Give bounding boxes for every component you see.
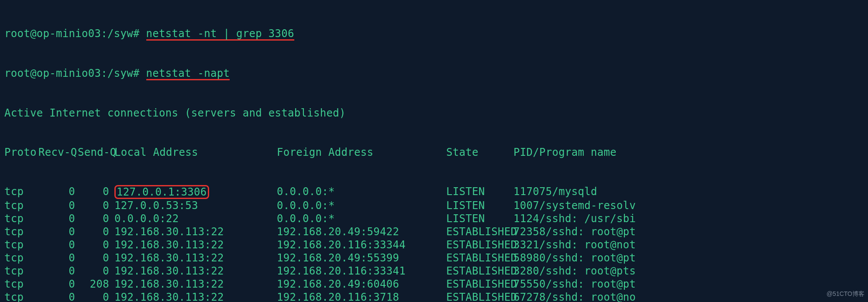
cell-pid: 67278/sshd: root@no: [513, 291, 864, 302]
cell-sendq: 0: [78, 225, 112, 238]
cell-recvq: 0: [38, 278, 78, 291]
cell-local: 127.0.0.53:53: [112, 199, 277, 212]
prompt-line-2: root@op-minio03:/syw# netstat -napt: [4, 67, 864, 80]
cell-pid: 117075/mysqld: [513, 185, 864, 199]
header-recvq: Recv-Q: [38, 146, 78, 159]
cell-proto: tcp: [4, 278, 38, 291]
cell-proto: tcp: [4, 251, 38, 264]
cell-foreign: 192.168.20.116:33344: [277, 238, 446, 251]
cell-foreign: 192.168.20.49:59422: [277, 225, 446, 238]
cell-pid: 1007/systemd-resolv: [513, 199, 864, 212]
cell-pid: 58980/sshd: root@pt: [513, 251, 864, 264]
cell-proto: tcp: [4, 212, 38, 225]
cell-proto: tcp: [4, 225, 38, 238]
table-row: tcp00192.168.30.113:22192.168.20.116:333…: [4, 264, 864, 278]
header-pid: PID/Program name: [513, 146, 864, 159]
cell-foreign: 192.168.20.116:3718: [277, 291, 446, 302]
cell-foreign: 0.0.0.0:*: [277, 199, 446, 212]
cell-pid: 3321/sshd: root@not: [513, 238, 864, 251]
watermark: @51CTO博客: [827, 287, 865, 300]
cell-proto: tcp: [4, 238, 38, 251]
table-row: tcp00192.168.30.113:22192.168.20.49:5539…: [4, 251, 864, 264]
connections-title: Active Internet connections (servers and…: [4, 106, 864, 120]
cell-local: 192.168.30.113:22: [112, 225, 277, 238]
cell-local: 192.168.30.113:22: [112, 238, 277, 251]
cell-recvq: 0: [38, 185, 78, 199]
prompt-path: :/syw#: [101, 27, 140, 40]
cell-recvq: 0: [38, 251, 78, 264]
cell-recvq: 0: [38, 199, 78, 212]
prompt-user: root@op-minio03: [4, 67, 101, 79]
cell-recvq: 0: [38, 238, 78, 251]
table-row: tcp00192.168.30.113:22192.168.20.116:333…: [4, 238, 864, 251]
cell-state: ESTABLISHED: [446, 291, 513, 302]
cell-local: 0.0.0.0:22: [112, 212, 277, 225]
cell-pid: 75550/sshd: root@pt: [513, 278, 864, 291]
cell-sendq: 0: [78, 212, 112, 225]
cell-local: 192.168.30.113:22: [112, 291, 277, 302]
table-row: tcp00127.0.0.1:33060.0.0.0:*LISTEN117075…: [4, 185, 864, 199]
cell-sendq: 0: [78, 264, 112, 278]
cell-recvq: 0: [38, 264, 78, 278]
cell-foreign: 0.0.0.0:*: [277, 185, 446, 199]
header-state: State: [446, 146, 513, 159]
header-sendq: Send-Q: [78, 146, 112, 159]
cell-sendq: 0: [78, 238, 112, 251]
cell-pid: 1124/sshd: /usr/sbi: [513, 212, 864, 225]
cell-proto: tcp: [4, 291, 38, 302]
cell-state: ESTABLISHED: [446, 251, 513, 264]
table-row: tcp00192.168.30.113:22192.168.20.116:371…: [4, 291, 864, 302]
cell-foreign: 192.168.20.49:60406: [277, 278, 446, 291]
command-2: netstat -napt: [146, 68, 230, 80]
table-row: tcp0208192.168.30.113:22192.168.20.49:60…: [4, 278, 864, 291]
cell-foreign: 192.168.20.116:33341: [277, 264, 446, 278]
cell-state: ESTABLISHED: [446, 238, 513, 251]
header-foreign: Foreign Address: [277, 146, 446, 159]
prompt-user: root@op-minio03: [4, 27, 101, 40]
cell-proto: tcp: [4, 185, 38, 199]
cell-state: ESTABLISHED: [446, 225, 513, 238]
cell-local: 127.0.0.1:3306: [112, 185, 277, 199]
cell-local: 192.168.30.113:22: [112, 251, 277, 264]
cell-pid: 72358/sshd: root@pt: [513, 225, 864, 238]
cell-state: LISTEN: [446, 212, 513, 225]
cell-local: 192.168.30.113:22: [112, 278, 277, 291]
cell-recvq: 0: [38, 291, 78, 302]
table-header: Proto Recv-Q Send-Q Local Address Foreig…: [4, 146, 864, 159]
prompt-line-1: root@op-minio03:/syw# netstat -nt | grep…: [4, 27, 864, 41]
cell-state: ESTABLISHED: [446, 264, 513, 278]
highlighted-local-address: 127.0.0.1:3306: [114, 185, 209, 199]
terminal-output[interactable]: root@op-minio03:/syw# netstat -nt | grep…: [0, 0, 868, 302]
prompt-path: :/syw#: [101, 67, 140, 79]
cell-state: ESTABLISHED: [446, 278, 513, 291]
cell-sendq: 0: [78, 185, 112, 199]
cell-recvq: 0: [38, 212, 78, 225]
table-row: tcp00192.168.30.113:22192.168.20.49:5942…: [4, 225, 864, 238]
cell-recvq: 0: [38, 225, 78, 238]
cell-sendq: 0: [78, 251, 112, 264]
cell-sendq: 0: [78, 199, 112, 212]
cell-state: LISTEN: [446, 185, 513, 199]
command-1: netstat -nt | grep 3306: [146, 28, 294, 41]
title-text: Active Internet connections (servers and…: [4, 106, 346, 120]
cell-proto: tcp: [4, 264, 38, 278]
header-local: Local Address: [112, 146, 277, 159]
cell-foreign: 192.168.20.49:55399: [277, 251, 446, 264]
cell-sendq: 0: [78, 291, 112, 302]
table-row: tcp000.0.0.0:220.0.0.0:*LISTEN1124/sshd:…: [4, 212, 864, 225]
cell-pid: 3280/sshd: root@pts: [513, 264, 864, 278]
cell-sendq: 208: [78, 278, 112, 291]
header-proto: Proto: [4, 146, 38, 159]
cell-proto: tcp: [4, 199, 38, 212]
cell-foreign: 0.0.0.0:*: [277, 212, 446, 225]
cell-state: LISTEN: [446, 199, 513, 212]
cell-local: 192.168.30.113:22: [112, 264, 277, 278]
table-row: tcp00127.0.0.53:530.0.0.0:*LISTEN1007/sy…: [4, 199, 864, 212]
